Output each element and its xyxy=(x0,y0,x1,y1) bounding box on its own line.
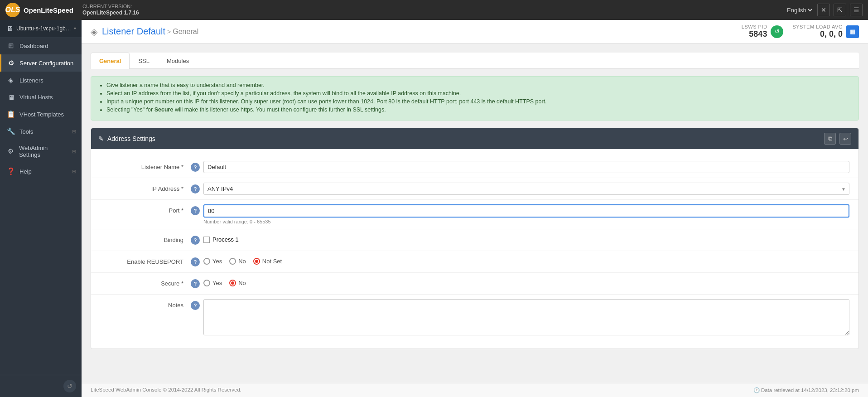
server-icon: 🖥 xyxy=(5,24,14,32)
listener-name-help-icon[interactable]: ? xyxy=(191,163,200,172)
binding-checkbox-wrapper: Process 1 xyxy=(203,234,849,243)
card-header-actions: ⧉ ↩ xyxy=(824,133,851,145)
system-load-value: 0, 0, 0 xyxy=(820,29,843,39)
version-label: CURRENT VERSION: xyxy=(82,4,132,9)
sidebar-item-tools[interactable]: 🔧 Tools ⊞ xyxy=(0,123,82,140)
secure-control: Yes No xyxy=(203,277,849,286)
reuseport-help-icon[interactable]: ? xyxy=(191,257,200,266)
info-list: Give listener a name that is easy to und… xyxy=(98,82,851,113)
language-select[interactable]: English xyxy=(785,6,814,14)
port-control: Number valid range: 0 - 65535 xyxy=(203,204,849,224)
sidebar-item-label: Dashboard xyxy=(19,43,48,49)
ip-address-select[interactable]: ANY IPv4 xyxy=(203,183,849,195)
breadcrumb-sub: General xyxy=(173,28,198,36)
reuseport-radio-notset xyxy=(253,258,260,265)
sidebar-item-dashboard[interactable]: ⊞ Dashboard xyxy=(0,37,82,54)
system-load-label: SYSTEM LOAD AVG xyxy=(792,24,843,29)
info-item-2: Select an IP address from the list, if y… xyxy=(106,90,851,97)
sidebar-item-vhost-templates[interactable]: 📋 VHost Templates xyxy=(0,106,82,123)
secure-option-no[interactable]: No xyxy=(229,280,246,286)
binding-control: Process 1 xyxy=(203,234,849,243)
sidebar-item-server-configuration[interactable]: ⚙ Server Configuration xyxy=(0,54,82,72)
sidebar: 🖥 Ubuntu-s-1vcpu-1gb-... ▾ ⊞ Dashboard ⚙… xyxy=(0,20,82,397)
logo-text: OpenLiteSpeed xyxy=(24,6,73,14)
reuseport-option-notset[interactable]: Not Set xyxy=(253,258,282,265)
secure-help-icon[interactable]: ? xyxy=(191,279,200,288)
webadmin-expand-icon: ⊞ xyxy=(72,149,76,155)
port-help-icon[interactable]: ? xyxy=(191,206,200,215)
sidebar-bottom: ↺ xyxy=(0,375,82,397)
lsws-pid-block: LSWS PID 5843 ↺ xyxy=(742,24,784,39)
sidebar-item-listeners[interactable]: ◈ Listeners xyxy=(0,72,82,89)
logo-icon: OLS xyxy=(5,3,20,17)
ip-address-help-icon[interactable]: ? xyxy=(191,184,200,194)
detach-button[interactable]: ⇱ xyxy=(834,4,846,16)
port-input[interactable] xyxy=(203,204,849,218)
close-window-button[interactable]: ✕ xyxy=(817,4,830,16)
info-box: Give listener a name that is easy to und… xyxy=(91,76,859,121)
tab-modules[interactable]: Modules xyxy=(158,53,198,69)
card-copy-button[interactable]: ⧉ xyxy=(824,133,836,145)
reuseport-label-notset: Not Set xyxy=(262,258,282,265)
info-item-4: Selecting "Yes" for Secure will make thi… xyxy=(106,107,851,113)
notes-help-icon[interactable]: ? xyxy=(191,301,200,310)
listener-name-input[interactable] xyxy=(203,161,849,173)
binding-help-icon[interactable]: ? xyxy=(191,236,200,245)
address-settings-card: ✎ Address Settings ⧉ ↩ Listener Name * ? xyxy=(91,128,859,349)
content-header-right: LSWS PID 5843 ↺ SYSTEM LOAD AVG 0, 0, 0 … xyxy=(742,24,859,39)
menu-button[interactable]: ☰ xyxy=(850,4,863,16)
reuseport-help: ? xyxy=(191,256,203,266)
sidebar-server-selector[interactable]: 🖥 Ubuntu-s-1vcpu-1gb-... ▾ xyxy=(0,20,82,37)
server-name: Ubuntu-s-1vcpu-1gb-... xyxy=(16,25,71,32)
binding-help: ? xyxy=(191,234,203,245)
card-back-button[interactable]: ↩ xyxy=(839,133,851,145)
reuseport-control: Yes No Not Set xyxy=(203,256,849,265)
footer-data-retrieved: 🕐 Data retrieved at 14/12/2023, 23:12:20… xyxy=(753,387,859,393)
info-item-1: Give listener a name that is easy to und… xyxy=(106,82,851,88)
system-chart-button[interactable]: ▦ xyxy=(846,25,859,38)
secure-help: ? xyxy=(191,277,203,288)
binding-label: Binding xyxy=(100,234,191,243)
sidebar-item-label: Listeners xyxy=(19,77,43,84)
help-icon: ❓ xyxy=(7,167,15,175)
ip-address-label: IP Address * xyxy=(100,183,191,192)
reuseport-label: Enable REUSEPORT xyxy=(100,256,191,265)
lsws-pid-label: LSWS PID xyxy=(742,24,767,29)
card-header: ✎ Address Settings ⧉ ↩ xyxy=(91,128,858,149)
tabs-container: General SSL Modules xyxy=(91,53,859,69)
card-title-icon: ✎ xyxy=(98,135,104,142)
secure-label-no: No xyxy=(238,280,246,286)
tab-general[interactable]: General xyxy=(91,53,130,69)
topbar: OLS OpenLiteSpeed CURRENT VERSION: OpenL… xyxy=(0,0,868,20)
sidebar-item-webadmin-settings[interactable]: ⚙ WebAdmin Settings ⊞ xyxy=(0,140,82,163)
sidebar-item-help[interactable]: ❓ Help ⊞ xyxy=(0,163,82,180)
card-title: ✎ Address Settings xyxy=(98,135,155,142)
footer-copyright: LiteSpeed WebAdmin Console © 2014-2022 A… xyxy=(91,387,241,393)
sidebar-item-label: WebAdmin Settings xyxy=(19,145,68,158)
system-load-stat: SYSTEM LOAD AVG 0, 0, 0 xyxy=(792,24,843,39)
virtual-hosts-icon: 🖥 xyxy=(7,93,15,101)
sidebar-item-label: Server Configuration xyxy=(19,60,73,67)
ip-address-help: ? xyxy=(191,183,203,194)
lsws-pid-value: 5843 xyxy=(749,29,767,39)
topbar-right: English ✕ ⇱ ☰ xyxy=(785,4,863,16)
binding-checkbox[interactable] xyxy=(203,237,210,243)
reuseport-option-no[interactable]: No xyxy=(229,258,246,265)
sidebar-item-label: VHost Templates xyxy=(19,111,64,118)
secure-radio-yes xyxy=(203,280,210,286)
sidebar-item-label: Help xyxy=(19,168,32,175)
version-value: OpenLiteSpeed 1.7.16 xyxy=(82,10,139,17)
secure-bold: Secure xyxy=(154,107,174,113)
form-row-reuseport: Enable REUSEPORT ? Yes xyxy=(91,251,858,273)
lsws-refresh-button[interactable]: ↺ xyxy=(771,25,783,38)
logo: OLS OpenLiteSpeed xyxy=(5,3,73,17)
sidebar-nav: ⊞ Dashboard ⚙ Server Configuration ◈ Lis… xyxy=(0,37,82,375)
notes-textarea[interactable] xyxy=(203,299,849,335)
reuseport-option-yes[interactable]: Yes xyxy=(203,258,222,265)
secure-label: Secure * xyxy=(100,277,191,287)
sidebar-refresh-button[interactable]: ↺ xyxy=(63,380,76,392)
sidebar-item-virtual-hosts[interactable]: 🖥 Virtual Hosts xyxy=(0,89,82,106)
secure-option-yes[interactable]: Yes xyxy=(203,280,222,286)
tab-ssl[interactable]: SSL xyxy=(130,53,158,69)
form-row-listener-name: Listener Name * ? xyxy=(91,156,858,178)
